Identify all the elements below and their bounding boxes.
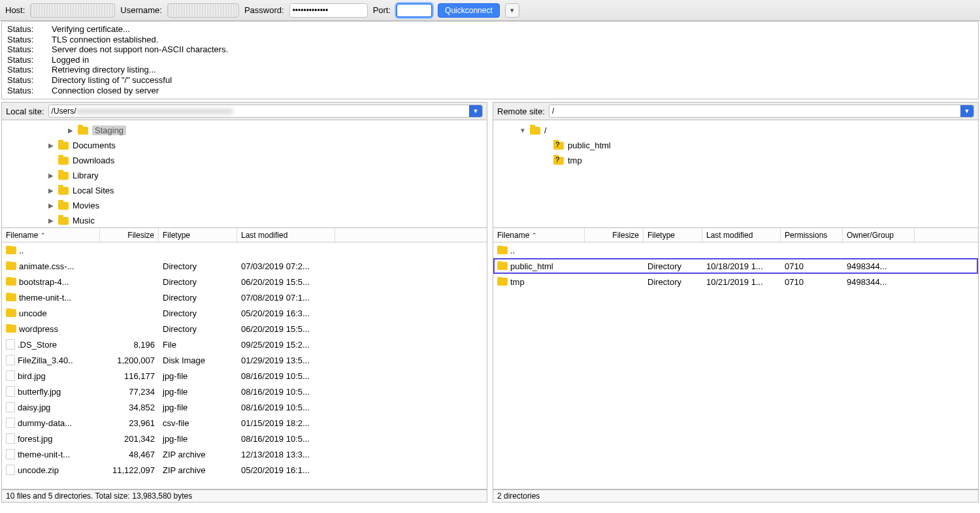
cell-lastmod: 07/08/2019 07:1... — [237, 293, 335, 303]
cell-filetype: Directory — [159, 308, 237, 318]
log-key: Status: — [7, 35, 40, 45]
disclosure-triangle-icon[interactable]: ▶ — [48, 187, 54, 194]
cell-filename: .DS_Store — [2, 339, 100, 350]
cell-filesize: 34,852 — [100, 403, 159, 412]
password-input[interactable] — [289, 3, 368, 18]
cell-filesize: 201,342 — [100, 434, 159, 444]
disclosure-triangle-icon[interactable]: ▶ — [48, 202, 54, 209]
folder-icon — [553, 157, 564, 165]
cell-lastmod: 10/18/2019 1... — [702, 261, 781, 271]
file-row[interactable]: public_htmlDirectory10/18/2019 1...07109… — [493, 258, 978, 274]
folder-icon — [6, 246, 16, 254]
cell-filetype: Directory — [644, 261, 702, 271]
col-lastmodified[interactable]: Last modified — [702, 228, 781, 242]
file-row[interactable]: wordpressDirectory06/20/2019 15:5... — [2, 321, 487, 337]
col-owner[interactable]: Owner/Group — [843, 228, 915, 242]
tree-item[interactable]: ▼/ — [493, 123, 978, 138]
quickconnect-button[interactable]: Quickconnect — [438, 3, 500, 18]
file-row[interactable]: theme-unit-t...48,467ZIP archive12/13/20… — [2, 446, 487, 462]
col-filesize[interactable]: Filesize — [100, 228, 159, 242]
folder-icon — [58, 142, 69, 150]
file-row[interactable]: .DS_Store8,196File09/25/2019 15:2... — [2, 337, 487, 352]
file-row[interactable]: forest.jpg201,342jpg-file08/16/2019 10:5… — [2, 431, 487, 446]
tree-item[interactable]: tmp — [493, 153, 978, 168]
tree-label: Local Sites — [73, 186, 114, 195]
tree-item[interactable]: ▶Music — [2, 213, 487, 228]
tree-label: Downloads — [73, 156, 114, 165]
port-input[interactable] — [396, 3, 433, 18]
remote-tree[interactable]: ▼/public_htmltmp — [493, 120, 979, 228]
folder-icon — [58, 157, 69, 165]
file-row[interactable]: animate.css-...Directory07/03/2019 07:2.… — [2, 258, 487, 274]
log-message: Connection closed by server — [52, 86, 159, 96]
tree-item[interactable]: ▶Local Sites — [2, 183, 487, 198]
file-row[interactable]: theme-unit-t...Directory07/08/2019 07:1.… — [2, 290, 487, 305]
tree-item[interactable]: ▶Library — [2, 168, 487, 183]
folder-icon — [497, 278, 508, 286]
host-input[interactable] — [30, 3, 115, 18]
folder-icon — [6, 278, 16, 286]
file-row[interactable]: .. — [493, 242, 978, 258]
folder-icon — [78, 127, 88, 135]
file-row[interactable]: .. — [2, 242, 487, 258]
cell-filename: uncode — [2, 308, 100, 318]
disclosure-triangle-icon[interactable]: ▶ — [48, 217, 54, 224]
folder-icon — [6, 325, 16, 333]
disclosure-triangle-icon[interactable]: ▼ — [519, 127, 526, 134]
remote-columns[interactable]: Filename⌃ Filesize Filetype Last modifie… — [493, 228, 978, 242]
local-path-dropdown[interactable]: /Users/xxxxxxxxxxxxxxxxxxxxxxxxxxxxxxxxx… — [48, 105, 483, 118]
col-filesize[interactable]: Filesize — [585, 228, 644, 242]
file-icon — [6, 371, 15, 381]
tree-item[interactable]: ▶Documents — [2, 138, 487, 153]
tree-item[interactable]: public_html — [493, 138, 978, 153]
cell-filename: public_html — [493, 261, 585, 271]
local-tree[interactable]: ▶Staging▶DocumentsDownloads▶Library▶Loca… — [1, 120, 487, 228]
col-permissions[interactable]: Permissions — [781, 228, 843, 242]
cell-filetype: ZIP archive — [159, 450, 237, 459]
file-row[interactable]: butterfly.jpg77,234jpg-file08/16/2019 10… — [2, 384, 487, 399]
col-filename[interactable]: Filename⌃ — [493, 228, 585, 242]
message-log[interactable]: Status:Verifying certificate...Status:TL… — [1, 21, 979, 99]
folder-icon — [58, 187, 69, 195]
folder-icon — [58, 202, 69, 210]
tree-label: Library — [73, 171, 99, 180]
file-row[interactable]: dummy-data...23,961csv-file01/15/2019 18… — [2, 415, 487, 431]
tree-item[interactable]: ▶Movies — [2, 198, 487, 213]
file-row[interactable]: tmpDirectory10/21/2019 1...07109498344..… — [493, 274, 978, 290]
host-label: Host: — [5, 5, 25, 15]
folder-icon — [6, 309, 16, 317]
quickconnect-dropdown[interactable]: ▼ — [505, 3, 519, 18]
file-row[interactable]: bird.jpg116,177jpg-file08/16/2019 10:5..… — [2, 368, 487, 384]
cell-lastmod: 05/20/2019 16:3... — [237, 308, 335, 318]
col-filetype[interactable]: Filetype — [159, 228, 237, 242]
username-input[interactable] — [167, 3, 239, 18]
disclosure-triangle-icon[interactable]: ▶ — [48, 142, 54, 149]
folder-icon — [58, 172, 69, 180]
local-path-value: /Users/xxxxxxxxxxxxxxxxxxxxxxxxxxxxxxxxx… — [52, 107, 233, 116]
cell-filetype: Directory — [159, 277, 237, 287]
file-row[interactable]: FileZilla_3.40..1,200,007Disk Image01/29… — [2, 352, 487, 368]
col-lastmodified[interactable]: Last modified — [237, 228, 335, 242]
cell-lastmod: 08/16/2019 10:5... — [237, 403, 335, 412]
file-row[interactable]: bootstrap-4...Directory06/20/2019 15:5..… — [2, 274, 487, 290]
disclosure-triangle-icon[interactable]: ▶ — [48, 172, 54, 179]
file-row[interactable]: uncode.zip11,122,097ZIP archive05/20/201… — [2, 462, 487, 478]
tree-label: public_html — [568, 141, 611, 150]
tree-item[interactable]: ▶Staging — [2, 123, 487, 138]
file-icon — [6, 418, 15, 428]
password-label: Password: — [244, 5, 284, 15]
remote-path-dropdown[interactable]: / ▼ — [549, 105, 974, 118]
file-icon — [6, 355, 15, 365]
tree-label: / — [544, 125, 547, 135]
cell-lastmod: 01/15/2019 18:2... — [237, 418, 335, 428]
col-filename[interactable]: Filename⌃ — [2, 228, 100, 242]
disclosure-triangle-icon[interactable]: ▶ — [67, 127, 74, 134]
file-row[interactable]: uncodeDirectory05/20/2019 16:3... — [2, 305, 487, 321]
log-message: TLS connection established. — [52, 35, 158, 45]
log-message: Logged in — [52, 55, 89, 65]
tree-item[interactable]: Downloads — [2, 153, 487, 168]
file-row[interactable]: daisy.jpg34,852jpg-file08/16/2019 10:5..… — [2, 399, 487, 415]
local-columns[interactable]: Filename⌃ Filesize Filetype Last modifie… — [2, 228, 487, 242]
col-filetype[interactable]: Filetype — [644, 228, 702, 242]
log-key: Status: — [7, 24, 40, 35]
